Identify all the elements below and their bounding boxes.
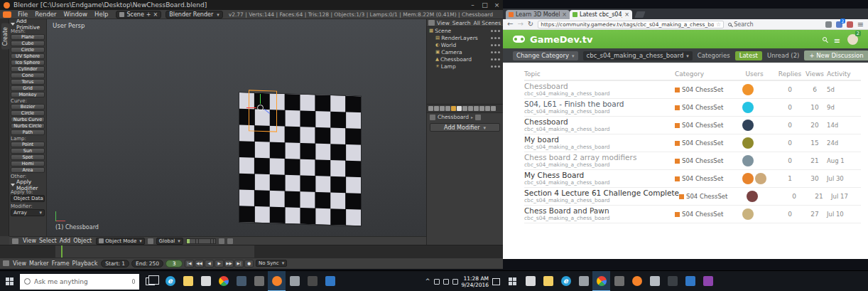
panel-add-primitive[interactable]: Add Primitive [11, 21, 45, 28]
topic-row[interactable]: Chessboard cbc_s04_making_a_chess_board … [524, 117, 861, 134]
outliner-item[interactable]: ▦ Scene [427, 27, 503, 34]
minimize-button[interactable]: – [467, 1, 479, 9]
outliner-item[interactable]: ☀ Lamp [427, 63, 503, 70]
user-avatar[interactable] [742, 173, 754, 184]
topic-title[interactable]: Chess board 2 array modifiers [524, 154, 675, 162]
playback-button[interactable]: ▶ [215, 260, 224, 268]
playback-button[interactable]: ● [244, 260, 254, 268]
add-mesh-button[interactable]: UV Sphere [11, 53, 45, 59]
topic-tag[interactable]: cbc_s04_making_a_chess_board [524, 179, 675, 186]
topic-title[interactable]: Chess Board and Pawn [524, 207, 675, 215]
user-avatar[interactable] [742, 84, 754, 95]
manipulator-center[interactable] [257, 105, 264, 111]
topic-tag[interactable]: cbc_s04_making_a_chess_board [524, 197, 679, 203]
properties-tab-icon[interactable] [468, 106, 473, 111]
new-discussion-button[interactable]: + New Discussion [804, 51, 868, 60]
site-brand[interactable]: GameDev.tv [530, 34, 592, 45]
activity-time[interactable]: 9d [827, 104, 861, 111]
extension-icon[interactable] [847, 21, 853, 28]
add-mesh-button[interactable]: Plane [11, 34, 45, 40]
activity-time[interactable]: Jul 17 [831, 193, 865, 200]
topic-category[interactable]: S04 ChessSet [675, 157, 732, 164]
properties-tab-icon[interactable] [479, 106, 484, 111]
activity-time[interactable]: Jul 30 [827, 175, 861, 182]
orientation-dropdown[interactable]: Global [156, 238, 183, 245]
topic-title[interactable]: Section 4 Lecture 61 Challenge Complete [524, 189, 679, 197]
taskbar-app-button[interactable] [592, 271, 610, 291]
browser-tab-active[interactable]: Latest cbc_s04_making_a_... × [570, 10, 632, 19]
topic-category[interactable]: S04 ChessSet [675, 211, 732, 218]
tab-close-icon[interactable]: × [624, 11, 629, 18]
topic-row[interactable]: Chess Board and Pawn cbc_s04_making_a_ch… [524, 206, 861, 223]
add-scene-icon[interactable] [146, 11, 151, 18]
maximize-button[interactable]: □ [479, 1, 491, 9]
remove-scene-icon[interactable] [153, 11, 158, 18]
taskbar-app-button[interactable] [268, 271, 286, 291]
header-views[interactable]: Views [803, 70, 827, 78]
browser-menu-icon[interactable] [857, 20, 864, 29]
extension-icon[interactable] [825, 21, 832, 28]
add-mesh-button[interactable]: Cone [11, 73, 45, 78]
header-activity[interactable]: Activity [827, 70, 861, 78]
playback-button[interactable]: ◀ [205, 260, 214, 268]
mode-dropdown[interactable]: Object Mode [96, 238, 145, 245]
activity-time[interactable]: 5d [827, 86, 861, 93]
activity-time[interactable]: Jul 10 [827, 211, 861, 218]
visibility-toggles-icon[interactable] [491, 30, 493, 32]
topic-title[interactable]: My Chess Board [524, 171, 675, 179]
extension-icon[interactable]: 2 [836, 21, 842, 28]
tab-create[interactable]: Create [1, 23, 9, 50]
timeline-editor-icon[interactable] [3, 260, 9, 266]
user-avatar[interactable] [742, 155, 754, 166]
timeline-strip[interactable] [0, 245, 503, 258]
outliner-item[interactable]: ◐ World [427, 41, 503, 48]
snap-magnet-icon[interactable] [219, 238, 224, 244]
add-lamp-button[interactable]: Area [11, 167, 45, 173]
topic-category[interactable]: S04 ChessSet [679, 193, 736, 200]
gamedev-logo-icon[interactable] [513, 36, 525, 43]
properties-tab-icon[interactable] [462, 106, 467, 111]
activity-time[interactable]: 14d [827, 122, 861, 129]
visibility-toggles-icon[interactable] [491, 51, 493, 53]
timeline-menu-item[interactable]: Marker [28, 260, 50, 267]
taskbar-app-button[interactable] [321, 271, 339, 291]
microphone-icon[interactable] [132, 279, 135, 284]
timeline-menu-item[interactable]: Playback [71, 260, 99, 267]
add-curve-button[interactable]: Nurbs Circle [11, 123, 45, 129]
tray-icon[interactable] [452, 279, 458, 285]
timeline-playhead[interactable] [61, 245, 63, 258]
panel-apply-modifier[interactable]: Apply Modifier [11, 181, 45, 189]
forward-button[interactable]: → [517, 21, 523, 28]
visibility-toggles-icon[interactable] [491, 44, 493, 46]
add-lamp-button[interactable]: Point [11, 142, 45, 147]
activity-time[interactable]: 24d [827, 139, 861, 147]
bookmark-star-icon[interactable] [716, 21, 721, 28]
taskbar-app-button[interactable]: e [557, 271, 575, 291]
taskbar-app-button[interactable] [575, 271, 592, 291]
add-lamp-button[interactable]: Hemi [11, 161, 45, 166]
outliner-menu-item[interactable]: View [436, 20, 450, 26]
topic-title[interactable]: My board [524, 136, 675, 144]
blender-app-menu-icon[interactable] [3, 11, 11, 18]
new-tab-button[interactable] [634, 11, 645, 18]
user-avatar[interactable] [755, 120, 766, 131]
layer-toggle-grid[interactable] [186, 238, 216, 244]
topic-category[interactable]: S04 ChessSet [675, 86, 732, 93]
taskbar-app-button[interactable] [179, 271, 197, 291]
outliner-menu-item[interactable]: All Scenes [473, 20, 501, 26]
header-replies[interactable]: Replies [777, 70, 803, 78]
taskbar-clock[interactable]: 11:28 AM 9/24/2016 [462, 275, 489, 288]
playback-button[interactable]: ▶▶ [224, 260, 234, 268]
viewport-menu-item[interactable]: View [21, 238, 38, 244]
visibility-toggles-icon[interactable] [491, 37, 493, 39]
add-mesh-button[interactable]: Torus [11, 79, 45, 85]
viewport-menu-item[interactable]: Object [72, 238, 93, 244]
url-bar[interactable]: https://community.gamedev.tv/tags/cbc_s0… [538, 21, 724, 28]
viewport-3d[interactable]: User Persp (1) Chessboard [47, 19, 426, 236]
taskbar-app-button[interactable]: e [161, 271, 179, 291]
taskbar-app-button[interactable] [215, 271, 232, 291]
x-axis-handle[interactable] [246, 107, 256, 108]
properties-tab-icon[interactable] [434, 106, 439, 111]
properties-tab-icon[interactable] [457, 106, 462, 111]
frame-end-field[interactable]: End:250 [131, 260, 163, 268]
